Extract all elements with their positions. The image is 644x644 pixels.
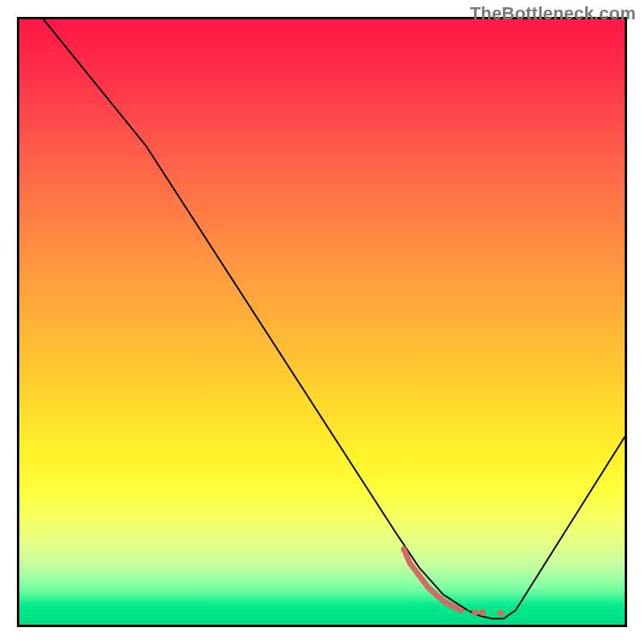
chart-svg xyxy=(19,19,625,625)
series-curve xyxy=(43,19,625,618)
plot-area xyxy=(17,17,627,627)
dot xyxy=(479,609,485,616)
chart-container: TheBottleneck.com xyxy=(0,0,644,644)
dot xyxy=(472,609,478,616)
dot xyxy=(497,610,504,617)
watermark-text: TheBottleneck.com xyxy=(470,3,636,24)
